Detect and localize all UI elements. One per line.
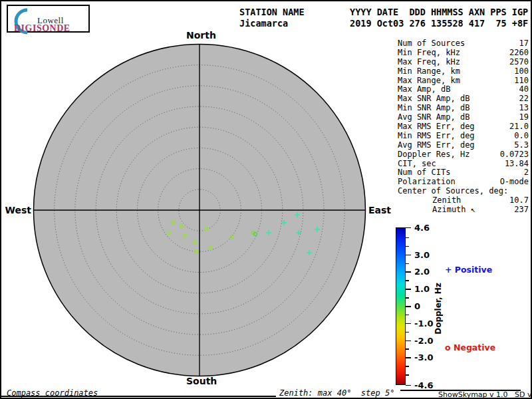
stat-value: 2570 [509,58,529,67]
colorbar-tick [406,340,411,342]
stat-row: Azimuth ↖237 [398,205,529,215]
stat-row: Max Freq, kHz2570 [398,58,529,67]
stat-value: 13 [519,104,529,113]
colorbar-tick [406,385,411,386]
stat-label: Max Amp, dB [398,85,450,94]
stat-label: Min SNR Amp, dB [398,104,469,113]
colorbar-tick [406,255,411,256]
colorbar-tick-label: -3.0 [414,352,433,362]
colorbar-tick [406,357,411,358]
stat-label: Min RMS Err, deg [398,132,475,141]
colorbar-tick [406,227,411,229]
stat-value: O-mode [500,178,529,187]
stat-label: Num of Sources [398,39,465,49]
colorbar-tick [406,366,409,367]
stat-row: PolarizationO-mode [398,178,529,187]
stat-row: Avg RMS Err, deg5.3 [398,141,529,150]
stat-row: Num of Sources17 [398,39,529,49]
showskymap-window: Lowell DIGISONDE STATION NAME Jicamarca … [0,0,532,399]
stat-row: Min RMS Err, deg0.0 [398,132,529,141]
logo-digisonde-text: DIGISONDE [14,23,70,34]
colorbar-tick [406,237,409,239]
colorbar-tick-label: 2.0 [414,267,430,277]
colorbar-tick-label: 0 [414,301,420,311]
stat-row: Avg SNR Amp, dB19 [398,113,529,122]
colorbar-tick-label: 4.6 [414,223,430,233]
colorbar-tick [406,280,409,281]
footer-coordinates-mode: Compass coordinates [7,388,98,398]
stat-label: CIT, sec [398,160,436,169]
colorbar-tick [406,315,409,316]
lowell-digisonde-logo: Lowell DIGISONDE [7,5,90,33]
stat-value: 100 [514,67,529,76]
colorbar-tick [406,374,409,376]
footer-zenith-scale: Zenith: max 40° step 5° [279,388,394,398]
skymap-polar-plot [33,43,366,377]
legend-positive: + Positive [445,265,492,275]
colorbar-tick [406,306,411,307]
colorbar-tick [406,348,409,350]
colorbar-tick-label: -2.0 [414,336,433,346]
stat-row: Zenith10.7 [398,196,529,205]
stat-label: Zenith [432,196,461,205]
stat-row: Min Range, km100 [398,67,529,76]
stat-value: 22 [519,94,529,104]
colorbar-tick-label: -4.6 [414,380,433,390]
stat-label: Min Range, km [398,67,460,76]
colorbar-tick [406,271,411,273]
colorbar-tick-label: 3.0 [414,250,430,260]
compass-label-south: South [186,376,215,386]
stats-panel: Num of Sources17Min Freq, kHz2260Max Fre… [398,39,529,215]
stat-row: Max Amp, dB40 [398,85,529,94]
doppler-colorbar [396,227,406,385]
compass-label-east: East [368,205,391,215]
stat-value: 110 [514,76,529,86]
stat-label: Max RMS Err, deg [398,122,475,132]
colorbar-tick [406,263,409,265]
stat-value: 5.3 [514,141,529,150]
stat-row: Doppler Res, Hz0.0723 [398,150,529,160]
stat-label: Avg SNR Amp, dB [398,113,469,122]
stat-value: 40 [519,85,529,94]
stat-label: Max Freq, kHz [398,58,460,67]
stat-row: Center of Sources, deg: [398,187,529,196]
stat-value: 0.0723 [500,150,529,160]
legend-negative: o Negative [445,342,495,352]
stat-value: 10.7 [509,196,529,205]
stat-value: 19 [519,113,529,122]
stat-value: 17 [519,39,529,49]
stat-row: Num of CITs2 [398,168,529,178]
compass-label-north: North [186,30,215,41]
stat-row: CIT, sec13.84 [398,160,529,169]
compass-label-west: West [1,205,31,215]
colorbar-axis-label: Doppler, Hz [434,283,443,334]
footer-version-text: ShowSkymap v 1.0 SD v 4.2 [438,390,532,399]
header-datetime-titles: YYYY DATE DDD HHMMSS AXN PPS IGP [350,7,528,17]
stat-label: Avg RMS Err, deg [398,141,475,150]
stat-value: 13.84 [505,160,529,169]
stat-label: Polarization [398,178,456,187]
stat-label: Max SNR Amp, dB [398,94,469,104]
stat-value: 21.0 [509,122,529,132]
colorbar-tick-label: -1.0 [414,319,433,329]
stat-label: Max Range, km [398,76,460,86]
stat-value: 2 [524,168,529,178]
stat-row: Max RMS Err, deg21.0 [398,122,529,132]
header-station-name-value: Jicamarca [239,19,288,29]
colorbar-tick [406,323,411,325]
stat-row: Min Freq, kHz2260 [398,49,529,58]
stat-label: Azimuth ↖ [432,205,475,215]
stat-value: 0.0 [514,132,529,141]
stat-row: Max SNR Amp, dB22 [398,94,529,104]
stat-value: 237 [514,205,529,215]
stat-label: Center of Sources, deg: [398,187,508,196]
stat-row: Min SNR Amp, dB13 [398,104,529,113]
stat-label: Num of CITs [398,168,450,178]
colorbar-tick [406,289,411,290]
stat-row: Max Range, km110 [398,76,529,86]
header-station-name-title: STATION NAME [239,7,305,17]
stat-value: 2260 [509,49,529,58]
colorbar-tick [406,246,409,247]
colorbar-tick-label: 1.0 [414,284,430,294]
stat-label: Min Freq, kHz [398,49,460,58]
